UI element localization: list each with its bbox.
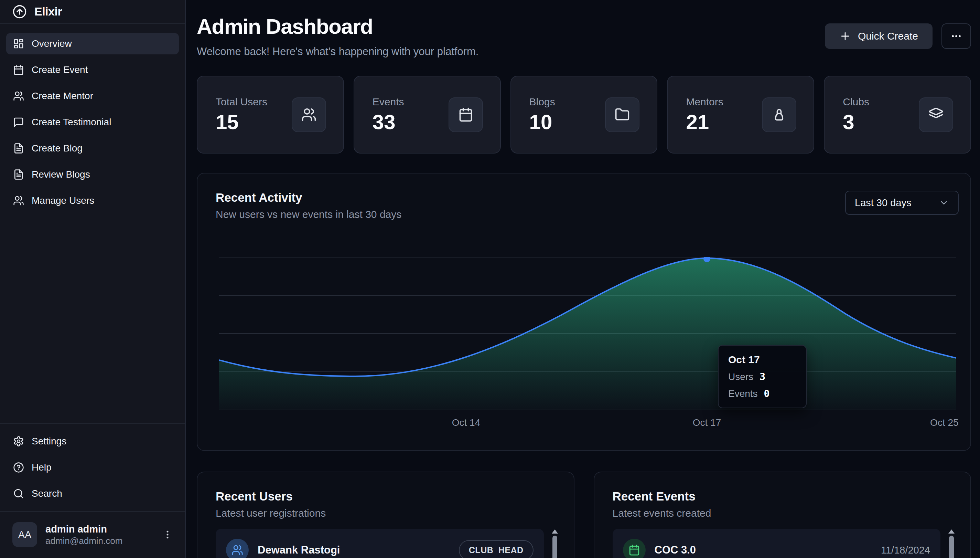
folder-icon (615, 107, 630, 122)
stat-card-blogs: Blogs 10 (510, 76, 658, 154)
search-icon (13, 488, 24, 499)
app-logo-header: Elixir (0, 0, 185, 24)
scrollbar-thumb[interactable] (553, 536, 557, 558)
more-options-button[interactable] (941, 23, 971, 49)
activity-area-chart[interactable] (219, 257, 956, 410)
sidebar-footer-nav: Settings Help Search (0, 424, 185, 511)
avatar: AA (12, 522, 37, 547)
x-tick: Oct 17 (693, 417, 721, 428)
user-name: admin admin (46, 523, 154, 535)
calendar-icon (458, 107, 473, 122)
chart-title: Recent Activity (216, 191, 401, 205)
sidebar: Elixir Overview Create Event Create Ment… (0, 0, 186, 558)
stat-label: Events (373, 95, 404, 108)
scroll-up-arrow[interactable] (948, 529, 955, 533)
message-square-icon (13, 117, 24, 128)
scrollbar[interactable] (948, 529, 955, 558)
users-icon (13, 195, 24, 206)
event-date: 11/18/2024 (881, 545, 930, 556)
sidebar-item-overview[interactable]: Overview (6, 33, 179, 54)
bottom-row: Recent Users Latest user registrations D… (197, 472, 971, 558)
quick-create-button[interactable]: Quick Create (825, 23, 933, 49)
stat-label: Blogs (529, 95, 555, 108)
user-list-item[interactable]: Dewank Rastogi CLUB_HEAD (216, 529, 544, 558)
users-icon (231, 544, 243, 556)
avatar (226, 539, 249, 558)
scrollbar-thumb[interactable] (949, 536, 954, 558)
avatar (623, 539, 646, 558)
help-circle-icon (13, 462, 24, 473)
chart-tooltip: Oct 17 Users 3 Events 0 (718, 345, 807, 408)
sidebar-nav: Overview Create Event Create Mentor Crea… (0, 24, 185, 212)
tooltip-events-label: Events (728, 388, 758, 399)
sidebar-item-help[interactable]: Help (6, 457, 179, 478)
scrollbar[interactable] (552, 529, 558, 558)
sidebar-item-label: Review Blogs (32, 169, 90, 180)
stat-value: 21 (686, 110, 723, 134)
sidebar-item-label: Create Blog (32, 143, 83, 154)
sidebar-item-create-testimonial[interactable]: Create Testimonial (6, 112, 179, 133)
stats-row: Total Users 15 Events 33 Blogs 10 (197, 76, 971, 154)
stat-card-clubs: Clubs 3 (824, 76, 971, 154)
user-email: admin@admin.com (46, 535, 154, 546)
user-name: Dewank Rastogi (258, 544, 450, 556)
stat-value: 3 (843, 110, 869, 134)
ellipsis-vertical-icon[interactable] (162, 529, 173, 540)
circle-arrow-up-icon (12, 5, 27, 19)
stat-card-events: Events 33 (353, 76, 501, 154)
users-area-fill (219, 258, 956, 410)
sidebar-item-label: Manage Users (32, 195, 94, 206)
stat-label: Mentors (686, 95, 723, 108)
file-text-icon (13, 143, 24, 154)
date-range-select[interactable]: Last 30 days (845, 191, 959, 215)
sidebar-item-label: Create Event (32, 64, 88, 75)
sidebar-item-create-mentor[interactable]: Create Mentor (6, 85, 179, 107)
role-badge: CLUB_HEAD (459, 540, 533, 558)
layers-icon (928, 107, 944, 122)
sidebar-item-label: Overview (32, 38, 72, 49)
sidebar-item-create-event[interactable]: Create Event (6, 59, 179, 80)
user-profile[interactable]: AA admin admin admin@admin.com (0, 512, 185, 558)
page-header: Admin Dashboard Welcome back! Here's wha… (197, 0, 971, 58)
scroll-up-arrow[interactable] (552, 529, 558, 533)
recent-users-title: Recent Users (216, 489, 556, 503)
tooltip-users-value: 3 (759, 371, 766, 382)
sidebar-item-label: Settings (32, 436, 66, 447)
sidebar-item-label: Create Mentor (32, 90, 93, 102)
stat-value: 10 (529, 110, 555, 134)
ellipsis-horizontal-icon (951, 30, 962, 42)
sidebar-spacer (0, 212, 185, 423)
recent-events-list: COC 3.0 11/18/2024 (613, 529, 952, 558)
stat-value: 33 (373, 110, 404, 134)
tooltip-events-value: 0 (764, 388, 770, 399)
tooltip-date: Oct 17 (728, 354, 796, 366)
recent-activity-card: Recent Activity New users vs new events … (197, 173, 971, 451)
page-subtitle: Welcome back! Here's what's happening wi… (197, 46, 478, 58)
sidebar-item-search[interactable]: Search (6, 483, 179, 504)
stat-value: 15 (216, 110, 267, 134)
recent-events-card: Recent Events Latest events created COC … (594, 472, 972, 558)
x-axis-labels: Oct 14 Oct 17 Oct 25 (219, 417, 956, 431)
recent-users-subtitle: Latest user registrations (216, 507, 556, 519)
sidebar-item-create-blog[interactable]: Create Blog (6, 138, 179, 159)
stat-label: Clubs (843, 95, 869, 108)
page-title: Admin Dashboard (197, 15, 478, 38)
sidebar-item-label: Search (32, 488, 62, 499)
calendar-icon (628, 544, 640, 556)
app-name: Elixir (34, 5, 62, 18)
recent-users-list: Dewank Rastogi CLUB_HEAD (216, 529, 556, 558)
calendar-icon (13, 64, 24, 75)
sidebar-item-settings[interactable]: Settings (6, 431, 179, 452)
recent-events-title: Recent Events (613, 489, 952, 503)
main-content: Admin Dashboard Welcome back! Here's wha… (186, 0, 980, 558)
users-icon (301, 107, 316, 122)
sidebar-item-label: Create Testimonial (32, 117, 111, 128)
sidebar-item-manage-users[interactable]: Manage Users (6, 190, 179, 212)
lock-icon (772, 107, 787, 122)
recent-events-subtitle: Latest events created (613, 507, 952, 519)
sidebar-item-review-blogs[interactable]: Review Blogs (6, 164, 179, 185)
event-list-item[interactable]: COC 3.0 11/18/2024 (613, 529, 941, 558)
gear-icon (13, 436, 24, 447)
users-icon (13, 90, 24, 102)
stat-label: Total Users (216, 95, 267, 108)
